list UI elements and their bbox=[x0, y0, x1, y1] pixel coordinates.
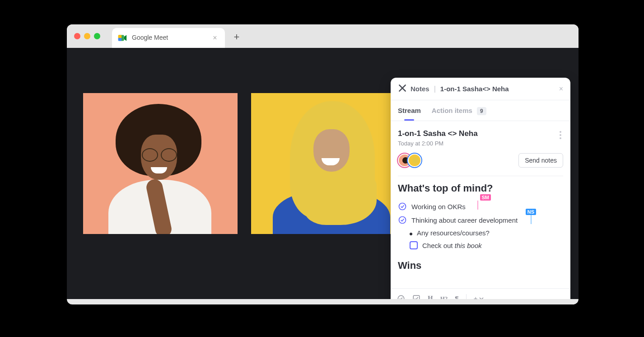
svg-point-3 bbox=[399, 203, 406, 210]
video-tile-participant-2[interactable] bbox=[251, 93, 406, 234]
action-items-count-badge: 9 bbox=[477, 107, 486, 115]
panel-close-button[interactable]: × bbox=[559, 85, 563, 93]
panel-header-title: 1-on-1 Sasha<> Neha bbox=[440, 85, 509, 93]
send-notes-button[interactable]: Send notes bbox=[518, 153, 563, 168]
browser-tab-bar: Google Meet × + bbox=[67, 24, 579, 48]
agenda-item-2[interactable]: Thinking about career development NS bbox=[398, 213, 563, 227]
meeting-time: Today at 2:00 PM bbox=[398, 140, 478, 147]
agenda-item-2-text: Thinking about career development bbox=[411, 216, 518, 224]
agenda-checkbox-1-text: Check out this book bbox=[422, 242, 482, 249]
collaborator-cursor-ns bbox=[531, 215, 532, 224]
meeting-title: 1-on-1 Sasha <> Neha bbox=[398, 129, 478, 138]
attendee-avatars bbox=[398, 154, 421, 167]
agenda-item-1-text: Working on OKRs bbox=[411, 203, 466, 211]
window-close-button[interactable] bbox=[74, 33, 80, 39]
browser-tab-google-meet[interactable]: Google Meet × bbox=[112, 28, 225, 48]
svg-point-4 bbox=[399, 217, 406, 224]
tab-close-button[interactable]: × bbox=[210, 33, 219, 42]
agenda-bullet-1-text: Any resources/courses? bbox=[417, 229, 490, 237]
window-maximize-button[interactable] bbox=[94, 33, 100, 39]
tab-title: Google Meet bbox=[132, 34, 168, 41]
new-tab-button[interactable]: + bbox=[230, 31, 243, 43]
meeting-menu-button[interactable] bbox=[558, 129, 563, 141]
window-minimize-button[interactable] bbox=[84, 33, 90, 39]
meet-viewport: Notes | 1-on-1 Sasha<> Neha × Stream Act… bbox=[67, 48, 579, 304]
notes-panel: Notes | 1-on-1 Sasha<> Neha × Stream Act… bbox=[391, 78, 570, 304]
svg-rect-2 bbox=[118, 38, 121, 41]
tab-action-items-label: Action items bbox=[432, 107, 472, 114]
agenda-item-1[interactable]: Working on OKRs SM bbox=[398, 200, 563, 213]
checkbox-icon[interactable] bbox=[410, 241, 418, 249]
svg-rect-1 bbox=[118, 35, 121, 38]
panel-header-label: Notes bbox=[411, 85, 429, 93]
section-top-of-mind-title: What's top of mind? bbox=[398, 183, 563, 194]
window-controls bbox=[74, 33, 100, 39]
bullet-icon bbox=[410, 233, 412, 235]
avatar-neha[interactable] bbox=[408, 154, 421, 167]
check-circle-icon[interactable] bbox=[398, 215, 407, 225]
browser-bottom-bar bbox=[67, 299, 579, 304]
panel-tabs: Stream Action items 9 bbox=[391, 100, 570, 121]
agenda-checkbox-1[interactable]: Check out this book bbox=[398, 239, 563, 252]
browser-window: Google Meet × + Notes bbox=[67, 24, 579, 304]
panel-body: 1-on-1 Sasha <> Neha Today at 2:00 PM Se… bbox=[391, 121, 570, 288]
google-meet-icon bbox=[117, 33, 127, 43]
section-wins-title: Wins bbox=[398, 260, 563, 271]
tab-stream[interactable]: Stream bbox=[398, 107, 421, 114]
panel-header-separator: | bbox=[434, 85, 436, 93]
video-tile-participant-1[interactable] bbox=[83, 93, 238, 234]
notes-panel-header: Notes | 1-on-1 Sasha<> Neha × bbox=[391, 78, 570, 100]
check-circle-icon[interactable] bbox=[398, 202, 407, 211]
collaborator-tag-ns: NS bbox=[526, 209, 536, 215]
collaborator-cursor-sm bbox=[477, 201, 478, 210]
collaborator-tag-sm: SM bbox=[480, 194, 491, 201]
tab-action-items[interactable]: Action items 9 bbox=[432, 107, 486, 114]
divider bbox=[398, 176, 563, 176]
agenda-bullet-1[interactable]: Any resources/courses? bbox=[398, 227, 563, 239]
fellow-app-icon bbox=[398, 84, 407, 94]
